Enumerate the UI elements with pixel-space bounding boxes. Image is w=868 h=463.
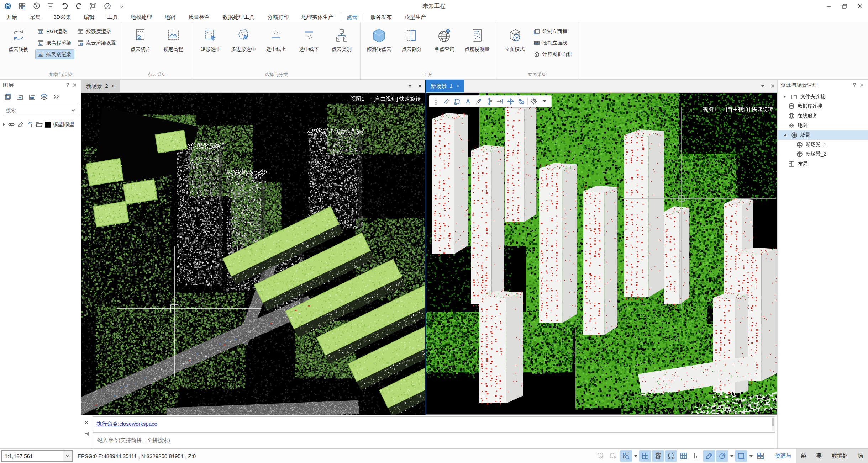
viewport-tab-scene2-close-icon[interactable]: × bbox=[112, 83, 115, 89]
command-scrollbar[interactable] bbox=[772, 417, 775, 431]
tab-quality-check[interactable]: 质量检查 bbox=[182, 12, 216, 22]
numbered-layer-button[interactable]: 123 bbox=[28, 92, 36, 101]
window-split-icon[interactable] bbox=[754, 450, 767, 462]
text-tool-icon[interactable]: A bbox=[463, 97, 473, 106]
command-history-link[interactable]: 执行命令:closeworkspace bbox=[96, 421, 157, 427]
protractor-icon[interactable] bbox=[716, 450, 728, 462]
frame-select-icon[interactable] bbox=[735, 450, 747, 462]
toolbar-more-dropdown-icon[interactable] bbox=[540, 97, 549, 106]
grip-handle[interactable] bbox=[431, 97, 441, 106]
tree-item-scene-1[interactable]: 新场景_1 bbox=[778, 140, 868, 149]
point-density-button[interactable]: 点密度测量 bbox=[462, 23, 493, 54]
quickbar-more-button[interactable] bbox=[117, 2, 126, 10]
workspace-grid-button[interactable] bbox=[18, 2, 26, 10]
snap-settings-icon[interactable] bbox=[620, 450, 632, 462]
close-button[interactable] bbox=[852, 1, 868, 11]
tree-item-layout[interactable]: 布局 bbox=[778, 159, 868, 169]
help-button[interactable]: ? bbox=[103, 2, 112, 10]
restore-button[interactable] bbox=[837, 1, 852, 11]
panel-tab-data-processing[interactable]: 数据处 bbox=[827, 449, 853, 463]
tree-item-folder-connection[interactable]: 文件夹连接 bbox=[778, 92, 868, 101]
layers-search-input[interactable] bbox=[3, 107, 69, 113]
save-button[interactable] bbox=[46, 2, 55, 10]
tab-start[interactable]: 开始 bbox=[0, 12, 23, 22]
tab-3d-collect[interactable]: 3D采集 bbox=[47, 12, 77, 22]
tab-edit[interactable]: 编辑 bbox=[77, 12, 101, 22]
redo-button[interactable] bbox=[75, 2, 83, 10]
resource-panel-close-icon[interactable] bbox=[858, 81, 865, 89]
tree-item-scenes[interactable]: 场景 bbox=[778, 130, 868, 140]
omega-angle-icon[interactable] bbox=[665, 450, 677, 462]
tree-item-scene-2[interactable]: 新场景_2 bbox=[778, 149, 868, 159]
layer-color-swatch[interactable] bbox=[45, 122, 51, 128]
draw-facade-frame-button[interactable]: 绘制立面框 bbox=[532, 27, 575, 36]
break-line-icon[interactable] bbox=[474, 97, 483, 106]
select-region-button[interactable] bbox=[89, 2, 98, 10]
snap-settings-dropdown-icon[interactable] bbox=[633, 450, 638, 462]
tab-service-publish[interactable]: 服务发布 bbox=[364, 12, 398, 22]
visibility-eye-icon[interactable] bbox=[8, 121, 15, 128]
expanded-caret-icon[interactable] bbox=[781, 132, 788, 139]
viewport-tab-scene1-close-icon[interactable]: × bbox=[456, 83, 459, 89]
chevron-down-icon[interactable] bbox=[69, 106, 78, 115]
lock-elevation-button[interactable]: 锁定高程 bbox=[158, 23, 189, 54]
toolbar-overflow-chevrons[interactable] bbox=[52, 92, 61, 101]
pin-icon[interactable] bbox=[851, 81, 858, 89]
protractor-dropdown-icon[interactable] bbox=[729, 450, 735, 462]
parallel-line-icon[interactable] bbox=[442, 97, 451, 106]
layer-order-button[interactable] bbox=[40, 92, 48, 101]
layer-row-model[interactable]: 模型|模型 bbox=[0, 117, 81, 129]
column-grid-icon[interactable] bbox=[678, 450, 690, 462]
viewport-left-tablist-dropdown-icon[interactable] bbox=[405, 80, 415, 92]
play-selection-icon[interactable] bbox=[607, 450, 619, 462]
elevation-render-button[interactable]: 按高程渲染 bbox=[36, 38, 74, 48]
oblique-to-pointcloud-button[interactable]: 倾斜转点云 bbox=[363, 23, 395, 54]
sketch-pencil-icon[interactable] bbox=[703, 450, 715, 462]
tree-item-database-connection[interactable]: 数据库连接 bbox=[778, 101, 868, 111]
undo-button[interactable] bbox=[61, 2, 69, 10]
right-angle-icon[interactable] bbox=[690, 450, 703, 462]
calc-frame-area-button[interactable]: 计算图框面积 bbox=[532, 50, 575, 59]
layer-stack-button[interactable] bbox=[4, 92, 12, 101]
pan-move-icon[interactable] bbox=[506, 97, 515, 106]
trash-bucket-icon[interactable] bbox=[652, 450, 664, 462]
right-viewport-scene[interactable] bbox=[426, 93, 777, 414]
unlocked-lock-icon[interactable] bbox=[26, 121, 33, 128]
expand-caret-icon[interactable] bbox=[2, 121, 6, 128]
viewport-left-close-icon[interactable] bbox=[415, 80, 425, 92]
pointcloud-convert-button[interactable]: 点云转换 bbox=[3, 23, 34, 54]
tab-geo-entity[interactable]: 地理实体生产 bbox=[295, 12, 340, 22]
pin-icon[interactable] bbox=[64, 81, 71, 89]
tab-point-cloud[interactable]: 点云 bbox=[340, 12, 364, 22]
frame-select-dropdown-icon[interactable] bbox=[748, 450, 754, 462]
snap-axis-icon[interactable] bbox=[495, 97, 505, 106]
intensity-render-button[interactable]: 按强度渲染 bbox=[75, 27, 119, 36]
facade-mode-button[interactable]: 立面模式 bbox=[499, 23, 530, 54]
collapsed-caret-icon[interactable] bbox=[781, 93, 788, 100]
scale-dropdown-chevron-icon[interactable] bbox=[63, 451, 72, 461]
minimize-button[interactable] bbox=[821, 1, 837, 11]
grid-view-icon[interactable] bbox=[639, 450, 651, 462]
tab-sheet-print[interactable]: 分幅打印 bbox=[261, 12, 295, 22]
settings-gear-icon[interactable] bbox=[529, 97, 538, 106]
history-button[interactable] bbox=[32, 2, 41, 10]
viewport-tab-scene1[interactable]: 新场景_1 × bbox=[426, 80, 464, 92]
link-points-icon[interactable] bbox=[517, 97, 526, 106]
polygon-draw-icon[interactable] bbox=[453, 97, 462, 106]
poly-select-button[interactable]: 多边形选中 bbox=[228, 23, 259, 54]
pointcloud-slice-button[interactable]: 点云切片 bbox=[125, 23, 156, 54]
tab-terrain[interactable]: 地模处理 bbox=[124, 12, 158, 22]
scale-combo[interactable]: 1:1,187.561 bbox=[1, 450, 73, 462]
rect-select-button[interactable]: 矩形选中 bbox=[195, 23, 226, 54]
open-folder-icon[interactable] bbox=[36, 121, 43, 128]
viewport-left-content[interactable]: 视图1 [自由视角] 快速旋转 bbox=[81, 93, 425, 415]
single-point-query-button[interactable]: 单点查询 bbox=[429, 23, 460, 54]
command-close-icon[interactable] bbox=[83, 419, 90, 426]
tab-data-tools[interactable]: 数据处理工具 bbox=[216, 12, 261, 22]
pointcloud-split-button[interactable]: 点云剖分 bbox=[396, 23, 427, 54]
clear-selection-icon[interactable] bbox=[594, 450, 606, 462]
viewport-tab-scene2[interactable]: 新场景_2 × bbox=[81, 80, 120, 92]
vertex-measure-icon[interactable] bbox=[485, 97, 494, 106]
tree-item-online-services[interactable]: 在线服务 bbox=[778, 111, 868, 121]
panel-tab-draw[interactable]: 绘 bbox=[796, 449, 811, 463]
